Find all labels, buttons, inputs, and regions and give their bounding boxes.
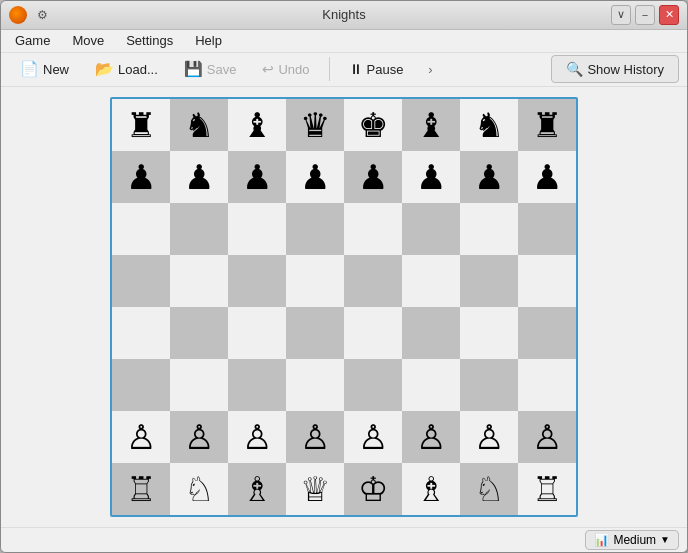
content-area: ♜♞♝♛♚♝♞♜♟♟♟♟♟♟♟♟♙♙♙♙♙♙♙♙♖♘♗♕♔♗♘♖ (1, 87, 687, 527)
close-button[interactable]: ✕ (659, 5, 679, 25)
pause-label: Pause (367, 62, 404, 77)
forward-button[interactable]: › (418, 57, 442, 81)
board-cell[interactable] (228, 203, 286, 255)
board-cell[interactable]: ♝ (402, 99, 460, 151)
board-cell[interactable]: ♘ (460, 463, 518, 515)
board-cell[interactable] (344, 203, 402, 255)
board-cell[interactable] (170, 359, 228, 411)
board-cell[interactable] (170, 255, 228, 307)
show-history-label: Show History (587, 62, 664, 77)
board-cell[interactable] (518, 307, 576, 359)
board-cell[interactable] (518, 359, 576, 411)
board-cell[interactable] (344, 255, 402, 307)
board-cell[interactable] (402, 203, 460, 255)
board-cell[interactable] (460, 307, 518, 359)
new-doc-icon: 📄 (20, 60, 39, 78)
undo-button[interactable]: ↩ Undo (251, 56, 320, 82)
board-cell[interactable]: ♟ (402, 151, 460, 203)
board-cell[interactable] (228, 359, 286, 411)
menu-settings[interactable]: Settings (116, 30, 183, 51)
board-cell[interactable]: ♖ (112, 463, 170, 515)
board-cell[interactable] (286, 255, 344, 307)
chess-board-container: ♜♞♝♛♚♝♞♜♟♟♟♟♟♟♟♟♙♙♙♙♙♙♙♙♖♘♗♕♔♗♘♖ (110, 97, 578, 517)
board-cell[interactable]: ♖ (518, 463, 576, 515)
board-cell[interactable]: ♟ (286, 151, 344, 203)
board-cell[interactable]: ♝ (228, 99, 286, 151)
board-cell[interactable]: ♞ (170, 99, 228, 151)
board-cell[interactable]: ♜ (518, 99, 576, 151)
board-cell[interactable] (402, 255, 460, 307)
board-cell[interactable] (460, 359, 518, 411)
board-cell[interactable] (286, 203, 344, 255)
menu-help[interactable]: Help (185, 30, 232, 51)
board-cell[interactable] (460, 203, 518, 255)
load-button[interactable]: 📂 Load... (84, 55, 169, 83)
window-title: Knights (322, 7, 365, 22)
save-button[interactable]: 💾 Save (173, 55, 248, 83)
board-cell[interactable]: ♙ (460, 411, 518, 463)
board-cell[interactable]: ♟ (170, 151, 228, 203)
board-cell[interactable] (112, 307, 170, 359)
board-cell[interactable] (228, 307, 286, 359)
board-cell[interactable]: ♕ (286, 463, 344, 515)
board-cell[interactable]: ♜ (112, 99, 170, 151)
minimize-button[interactable]: − (635, 5, 655, 25)
board-cell[interactable]: ♛ (286, 99, 344, 151)
menu-game[interactable]: Game (5, 30, 60, 51)
board-cell[interactable]: ♗ (402, 463, 460, 515)
board-cell[interactable] (344, 307, 402, 359)
board-cell[interactable]: ♚ (344, 99, 402, 151)
board-cell[interactable] (170, 203, 228, 255)
board-cell[interactable] (518, 203, 576, 255)
board-cell[interactable] (518, 255, 576, 307)
board-cell[interactable]: ♙ (228, 411, 286, 463)
new-button[interactable]: 📄 New (9, 55, 80, 83)
board-cell[interactable]: ♙ (402, 411, 460, 463)
board-cell[interactable]: ♙ (344, 411, 402, 463)
board-cell[interactable]: ♟ (228, 151, 286, 203)
board-cell[interactable]: ♟ (112, 151, 170, 203)
undo-label: Undo (278, 62, 309, 77)
board-cell[interactable] (228, 255, 286, 307)
board-cell[interactable] (170, 307, 228, 359)
toolbar: 📄 New 📂 Load... 💾 Save ↩ Undo ⏸ Pause › … (1, 53, 687, 87)
history-search-icon: 🔍 (566, 61, 583, 77)
window-menu-btn[interactable]: ∨ (611, 5, 631, 25)
load-icon: 📂 (95, 60, 114, 78)
board-cell[interactable] (344, 359, 402, 411)
board-cell[interactable] (286, 307, 344, 359)
show-history-button[interactable]: 🔍 Show History (551, 55, 679, 83)
board-cell[interactable] (286, 359, 344, 411)
load-label: Load... (118, 62, 158, 77)
pause-button[interactable]: ⏸ Pause (338, 56, 415, 82)
difficulty-selector[interactable]: 📊 Medium ▼ (585, 530, 679, 550)
pause-icon: ⏸ (349, 61, 363, 77)
board-cell[interactable] (112, 255, 170, 307)
difficulty-label: Medium (613, 533, 656, 547)
board-cell[interactable] (112, 359, 170, 411)
board-cell[interactable]: ♙ (112, 411, 170, 463)
save-label: Save (207, 62, 237, 77)
board-cell[interactable]: ♘ (170, 463, 228, 515)
board-cell[interactable]: ♟ (518, 151, 576, 203)
board-cell[interactable]: ♙ (286, 411, 344, 463)
menubar: Game Move Settings Help (1, 30, 687, 54)
difficulty-icon: 📊 (594, 533, 609, 547)
board-cell[interactable] (112, 203, 170, 255)
board-cell[interactable] (402, 307, 460, 359)
board-cell[interactable]: ♞ (460, 99, 518, 151)
board-cell[interactable] (402, 359, 460, 411)
menu-move[interactable]: Move (62, 30, 114, 51)
board-cell[interactable] (460, 255, 518, 307)
board-cell[interactable]: ♙ (518, 411, 576, 463)
save-icon: 💾 (184, 60, 203, 78)
board-cell[interactable]: ♟ (460, 151, 518, 203)
board-cell[interactable]: ♗ (228, 463, 286, 515)
window-controls: ∨ − ✕ (611, 5, 679, 25)
board-cell[interactable]: ♙ (170, 411, 228, 463)
title-bar-left: ⚙ (9, 6, 51, 24)
board-cell[interactable]: ♔ (344, 463, 402, 515)
main-window: ⚙ Knights ∨ − ✕ Game Move Settings Help … (0, 0, 688, 553)
board-cell[interactable]: ♟ (344, 151, 402, 203)
undo-icon: ↩ (262, 61, 274, 77)
